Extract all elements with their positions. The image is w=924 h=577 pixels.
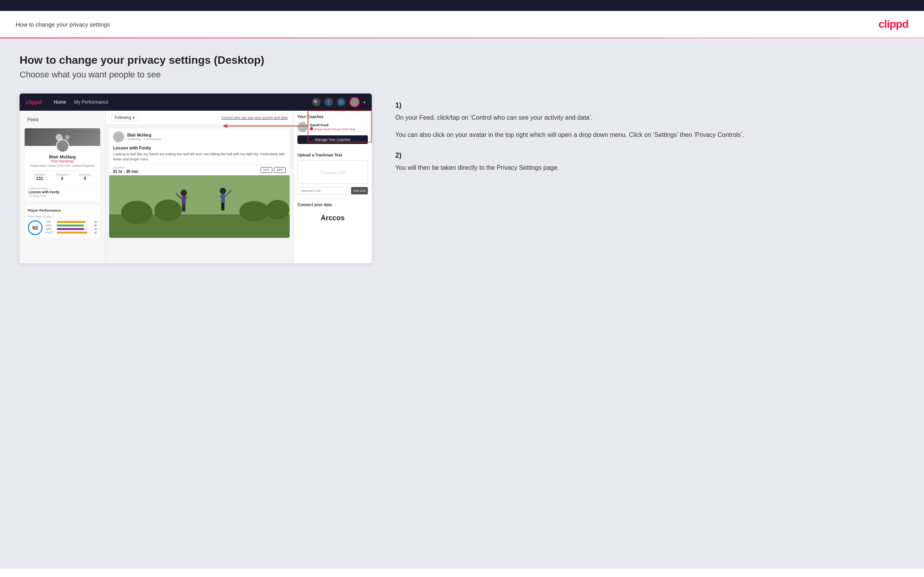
post-user-info: Blair McHarg Yesterday · Sunningdale [127, 133, 161, 141]
latest-activity-name: Lesson with Fordy [29, 190, 96, 194]
svg-rect-13 [221, 194, 225, 203]
avatar-chevron-icon: ▾ [364, 100, 366, 104]
instruction-1-text: On your Feed, click/tap on ‘Control who … [395, 113, 904, 123]
bar-app-val: 85 [90, 224, 97, 227]
svg-point-2 [121, 201, 153, 224]
stat-followers-value: 3 [56, 176, 68, 181]
coach-name: David Ford [310, 123, 355, 127]
coach-club-icon [310, 127, 313, 130]
search-icon[interactable]: 🔍 [312, 98, 321, 106]
post-header: Blair McHarg Yesterday · Sunningdale [109, 128, 290, 146]
app-nav: clippd Home My Performance 🔍 👤 🌐 ▾ [20, 93, 372, 111]
svg-rect-8 [182, 204, 184, 212]
page-subheading: Choose what you want people to see [20, 70, 904, 80]
avatar[interactable] [349, 97, 360, 107]
post-description: Looking to feel like my hands are exitin… [109, 152, 290, 164]
following-bar: Following ▾ Control who can see your act… [106, 111, 293, 125]
svg-point-3 [155, 200, 182, 221]
stat-following: Following 4 [79, 173, 91, 181]
bar-putt: PUTT 96 [46, 231, 97, 234]
latest-activity-label: Latest Activity [29, 187, 96, 190]
globe-icon[interactable]: 🌐 [337, 98, 346, 106]
bar-app-label: APP [46, 224, 55, 227]
bar-putt-label: PUTT [46, 231, 55, 234]
quality-section: 92 OTT 90 APP [28, 220, 97, 235]
player-performance: Player Performance Total Player Quality … [24, 205, 101, 239]
trackman-title: Upload a Trackman Test [297, 153, 368, 157]
instruction-2: 2) You will then be taken directly to th… [395, 151, 904, 173]
profile-stats: Activities 131 Followers 3 Following 4 [29, 171, 96, 181]
quality-label: Total Player Quality ⓘ [28, 215, 97, 219]
header: How to change your privacy settings clip… [0, 11, 924, 38]
svg-point-6 [181, 190, 187, 196]
bar-app-fill [57, 225, 84, 226]
latest-activity-date: 03 Aug 2022 [29, 194, 96, 198]
stat-following-value: 4 [79, 176, 91, 181]
bar-ott: OTT 90 [46, 221, 97, 223]
footer: Copyright Clippd 2022 [0, 568, 924, 577]
following-button[interactable]: Following ▾ [111, 114, 138, 121]
post-image [109, 175, 290, 238]
app-nav-item-performance[interactable]: My Performance [74, 99, 108, 105]
main-content: How to change your privacy settings (Des… [0, 38, 924, 568]
profile-name: Blair McHarg [29, 155, 96, 159]
coach-info: David Ford Royal North Devon Golf Club [310, 123, 355, 131]
svg-point-4 [240, 201, 269, 221]
trackman-input[interactable] [297, 187, 349, 194]
logo: clippd [879, 18, 908, 31]
center-panel: Following ▾ Control who can see your act… [106, 111, 294, 263]
bar-app: APP 85 [46, 224, 97, 227]
perf-title: Player Performance [28, 209, 97, 212]
duration-tags: OTT APP [261, 167, 286, 173]
coach-item: David Ford Royal North Devon Golf Club [297, 122, 368, 132]
profile-tag: Plus Handicap [29, 159, 96, 163]
arccos-logo: Arccos [297, 210, 368, 226]
svg-rect-14 [222, 203, 223, 210]
duration-value: 01 hr : 30 min [113, 169, 138, 174]
app-nav-item-home[interactable]: Home [54, 99, 66, 105]
bar-ott-track [57, 221, 88, 223]
feed-tab[interactable]: Feed [24, 115, 101, 124]
left-panel: Feed Blair McHarg Plus Handicap Royal No… [20, 111, 106, 263]
user-icon[interactable]: 👤 [324, 98, 333, 106]
profile-card: Blair McHarg Plus Handicap Royal North D… [24, 128, 101, 202]
bar-putt-fill [57, 232, 87, 234]
duration-label: Duration [113, 166, 138, 169]
latest-activity: Latest Activity Lesson with Fordy 03 Aug… [29, 184, 96, 198]
profile-avatar [56, 139, 69, 153]
bar-putt-track [57, 232, 88, 234]
connect-title: Connect your data [297, 203, 368, 207]
trackman-box: Trackman Link [297, 160, 368, 184]
bar-ott-fill [57, 221, 85, 223]
content-row: clippd Home My Performance 🔍 👤 🌐 ▾ Feed [20, 93, 904, 263]
svg-point-5 [266, 200, 290, 219]
coach-club: Royal North Devon Golf Club [310, 127, 355, 131]
post-avatar [113, 131, 124, 142]
instruction-1: 1) On your Feed, click/tap on ‘Control w… [395, 101, 904, 140]
header-title: How to change your privacy settings [16, 21, 110, 28]
stat-activities-value: 131 [34, 176, 45, 181]
app-body: Feed Blair McHarg Plus Handicap Royal No… [20, 111, 372, 263]
quality-bars: OTT 90 APP [46, 221, 97, 235]
control-link[interactable]: Control who can see your activity and da… [221, 116, 288, 120]
bar-app-track [57, 225, 88, 226]
tag-app: APP [274, 167, 286, 173]
stat-activities-label: Activities [34, 173, 45, 176]
app-nav-icons: 🔍 👤 🌐 ▾ [312, 97, 366, 107]
svg-rect-9 [184, 204, 186, 212]
add-link-button[interactable]: Add Link [351, 187, 368, 194]
app-nav-logo: clippd [26, 99, 42, 105]
svg-line-17 [220, 196, 221, 197]
coaches-title: Your Coaches [297, 115, 368, 119]
profile-club: Royal North Devon Golf Club, United King… [29, 164, 96, 167]
bar-ott-val: 90 [90, 221, 97, 223]
trackman-section: Upload a Trackman Test Trackman Link Add… [297, 149, 368, 194]
bar-arg: ARG 86 [46, 228, 97, 230]
right-panel: Your Coaches David Ford Royal North Devo… [294, 111, 372, 263]
bar-arg-val: 86 [90, 228, 97, 230]
manage-coaches-button[interactable]: Manage Your Coaches [297, 135, 368, 144]
coach-avatar [297, 122, 308, 132]
bar-arg-track [57, 228, 88, 230]
instruction-1-extra: You can also click on your avatar in the… [395, 130, 904, 140]
trackman-input-row: Add Link [297, 187, 368, 194]
